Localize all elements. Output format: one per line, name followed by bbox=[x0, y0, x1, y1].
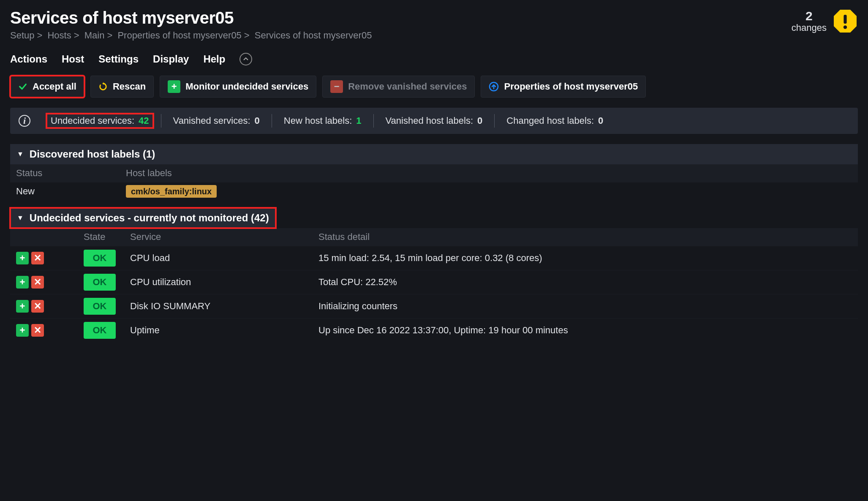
info-icon: i bbox=[19, 115, 30, 127]
menu-actions[interactable]: Actions bbox=[10, 53, 47, 65]
col-status-detail: Status detail bbox=[318, 231, 852, 242]
col-status: Status bbox=[16, 168, 126, 179]
plus-icon: + bbox=[168, 80, 180, 93]
add-service-button[interactable]: + bbox=[16, 276, 29, 289]
breadcrumb-item[interactable]: Main bbox=[84, 30, 105, 41]
menu-display[interactable]: Display bbox=[153, 53, 189, 65]
properties-label: Properties of host myserver05 bbox=[504, 81, 638, 92]
stat-changed-labels: Changed host labels: 0 bbox=[502, 114, 607, 128]
monitor-undecided-button[interactable]: + Monitor undecided services bbox=[160, 76, 316, 98]
accept-all-button[interactable]: Accept all bbox=[10, 76, 84, 98]
remove-service-button[interactable]: ✕ bbox=[31, 324, 44, 337]
label-row: New cmk/os_family:linux bbox=[10, 182, 858, 200]
label-status: New bbox=[16, 186, 126, 197]
service-detail: Total CPU: 22.52% bbox=[318, 277, 852, 288]
service-name: Uptime bbox=[122, 325, 318, 336]
col-service: Service bbox=[122, 231, 318, 242]
remove-vanished-button: − Remove vanished services bbox=[322, 76, 475, 98]
menu-settings[interactable]: Settings bbox=[98, 53, 139, 65]
pending-changes[interactable]: 2 changes bbox=[792, 8, 858, 34]
service-detail: 15 min load: 2.54, 15 min load per core:… bbox=[318, 253, 852, 264]
collapse-menu-icon[interactable] bbox=[239, 53, 252, 65]
check-icon bbox=[18, 82, 27, 91]
accept-all-label: Accept all bbox=[33, 81, 76, 92]
state-badge: OK bbox=[84, 250, 116, 267]
discovery-stats: i Undecided services: 42 Vanished servic… bbox=[10, 108, 858, 134]
stat-undecided: Undecided services: 42 bbox=[46, 114, 153, 128]
breadcrumb-item: Services of host myserver05 bbox=[255, 30, 372, 41]
refresh-icon bbox=[98, 82, 108, 91]
undecided-services-group: ▼ Undecided services - currently not mon… bbox=[10, 208, 858, 342]
breadcrumb: Setup> Hosts> Main> Properties of host m… bbox=[10, 30, 372, 41]
service-detail: Initializing counters bbox=[318, 301, 852, 312]
chevron-down-icon: ▼ bbox=[17, 214, 24, 222]
changes-count: 2 bbox=[792, 9, 827, 23]
stat-vanished: Vanished services: 0 bbox=[169, 114, 264, 128]
add-service-button[interactable]: + bbox=[16, 300, 29, 313]
service-row: +✕OKCPU utilizationTotal CPU: 22.52% bbox=[10, 270, 858, 294]
minus-icon: − bbox=[330, 80, 343, 93]
host-label-pill[interactable]: cmk/os_family:linux bbox=[126, 185, 217, 198]
discovered-labels-header[interactable]: ▼ Discovered host labels (1) bbox=[10, 144, 858, 164]
state-badge: OK bbox=[84, 298, 116, 315]
warning-icon bbox=[833, 8, 858, 34]
svg-point-2 bbox=[844, 25, 847, 29]
breadcrumb-item[interactable]: Properties of host myserver05 bbox=[117, 30, 241, 41]
page-title: Services of host myserver05 bbox=[10, 8, 372, 27]
service-row: +✕OKDisk IO SUMMARYInitializing counters bbox=[10, 294, 858, 318]
undecided-services-header[interactable]: ▼ Undecided services - currently not mon… bbox=[10, 208, 276, 228]
menubar: Actions Host Settings Display Help bbox=[10, 49, 858, 71]
rescan-button[interactable]: Rescan bbox=[90, 76, 154, 98]
info-arrow-icon bbox=[489, 82, 499, 92]
breadcrumb-item[interactable]: Hosts bbox=[47, 30, 71, 41]
stat-vanished-labels: Vanished host labels: 0 bbox=[381, 114, 487, 128]
state-badge: OK bbox=[84, 274, 116, 291]
remove-service-button[interactable]: ✕ bbox=[31, 252, 44, 264]
remove-vanished-label: Remove vanished services bbox=[348, 81, 467, 92]
breadcrumb-item[interactable]: Setup bbox=[10, 30, 35, 41]
add-service-button[interactable]: + bbox=[16, 252, 29, 264]
remove-service-button[interactable]: ✕ bbox=[31, 276, 44, 289]
discovered-labels-group: ▼ Discovered host labels (1) Status Host… bbox=[10, 144, 858, 200]
chevron-down-icon: ▼ bbox=[17, 150, 24, 158]
menu-host[interactable]: Host bbox=[62, 53, 84, 65]
toolbar: Accept all Rescan + Monitor undecided se… bbox=[10, 76, 858, 98]
service-row: +✕OKUptimeUp since Dec 16 2022 13:37:00,… bbox=[10, 318, 858, 342]
service-row: +✕OKCPU load15 min load: 2.54, 15 min lo… bbox=[10, 246, 858, 270]
col-state: State bbox=[84, 231, 122, 242]
service-name: CPU utilization bbox=[122, 277, 318, 288]
service-detail: Up since Dec 16 2022 13:37:00, Uptime: 1… bbox=[318, 325, 852, 336]
add-service-button[interactable]: + bbox=[16, 324, 29, 337]
service-name: CPU load bbox=[122, 253, 318, 264]
svg-rect-1 bbox=[844, 15, 846, 24]
menu-help[interactable]: Help bbox=[203, 53, 225, 65]
stat-new-labels: New host labels: 1 bbox=[280, 114, 366, 128]
service-name: Disk IO SUMMARY bbox=[122, 301, 318, 312]
col-host-labels: Host labels bbox=[126, 168, 852, 179]
remove-service-button[interactable]: ✕ bbox=[31, 300, 44, 313]
rescan-label: Rescan bbox=[113, 81, 146, 92]
properties-button[interactable]: Properties of host myserver05 bbox=[481, 76, 646, 98]
state-badge: OK bbox=[84, 322, 116, 339]
monitor-undecided-label: Monitor undecided services bbox=[185, 81, 308, 92]
changes-label: changes bbox=[792, 22, 827, 33]
